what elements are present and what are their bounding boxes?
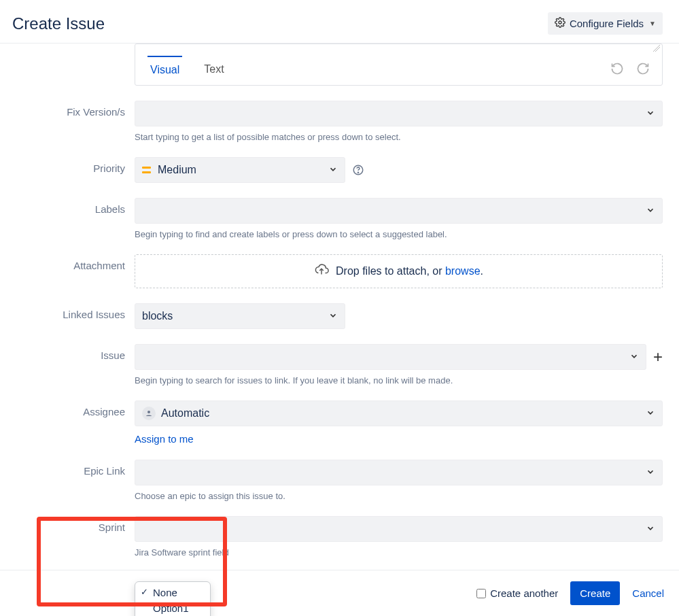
labels-label: Labels — [0, 198, 135, 239]
labels-select[interactable] — [135, 198, 663, 224]
chevron-down-icon — [328, 311, 338, 322]
chevron-down-icon — [629, 352, 639, 363]
assignee-value: Automatic — [161, 407, 646, 420]
upload-icon — [314, 262, 329, 280]
select-option[interactable]: Option1 — [135, 600, 210, 616]
issue-label: Issue — [0, 344, 135, 386]
sprint-helper: Jira Software sprint field — [135, 547, 663, 558]
configure-fields-label: Configure Fields — [570, 18, 644, 29]
fix-version-select[interactable] — [135, 101, 663, 126]
fix-version-helper: Start typing to get a list of possible m… — [135, 132, 663, 142]
configure-fields-button[interactable]: Configure Fields ▼ — [548, 12, 663, 35]
fix-version-label: Fix Version/s — [0, 101, 135, 142]
chevron-down-icon — [646, 524, 655, 535]
attachment-dropzone[interactable]: Drop files to attach, or browse. — [135, 254, 663, 288]
redo-icon[interactable] — [636, 62, 650, 78]
cancel-button[interactable]: Cancel — [632, 587, 664, 599]
priority-value: Medium — [158, 164, 328, 176]
user-icon — [142, 407, 156, 420]
chevron-down-icon — [646, 108, 655, 120]
create-button[interactable]: Create — [570, 581, 620, 605]
priority-medium-icon — [142, 167, 151, 173]
dialog-footer: Create another Create Cancel — [0, 570, 679, 616]
gear-icon — [555, 17, 565, 30]
chevron-down-icon — [646, 205, 655, 217]
priority-select[interactable]: Medium — [135, 157, 345, 183]
chevron-down-icon — [646, 408, 655, 420]
assignee-select[interactable]: Automatic — [135, 400, 663, 426]
linked-issues-value: blocks — [142, 310, 328, 322]
svg-point-2 — [358, 172, 358, 173]
epic-link-select[interactable] — [135, 460, 663, 485]
labels-helper: Begin typing to find and create labels o… — [135, 229, 663, 239]
create-another-checkbox[interactable]: Create another — [476, 587, 558, 599]
chevron-down-icon: ▼ — [649, 20, 656, 27]
create-another-input[interactable] — [476, 589, 486, 598]
chevron-down-icon — [646, 467, 655, 479]
sprint-select[interactable] — [135, 516, 663, 542]
select-option[interactable]: None — [135, 585, 210, 600]
priority-label: Priority — [0, 157, 135, 183]
undo-icon[interactable] — [610, 62, 624, 78]
add-issue-button[interactable]: + — [653, 349, 663, 365]
my-select-list-dropdown[interactable]: NoneOption1Option2Option3 — [135, 581, 211, 616]
description-editor[interactable]: Visual Text — [135, 44, 663, 86]
assign-to-me-link[interactable]: Assign to me — [135, 433, 194, 445]
dropzone-text: Drop files to attach, or browse. — [336, 265, 483, 277]
resize-handle-icon[interactable] — [135, 44, 662, 54]
tab-visual[interactable]: Visual — [147, 56, 182, 83]
create-another-label: Create another — [490, 587, 558, 599]
linked-issues-label: Linked Issues — [0, 303, 135, 329]
dialog-title: Create Issue — [12, 14, 105, 33]
browse-link[interactable]: browse — [445, 265, 481, 277]
linked-issues-select[interactable]: blocks — [135, 303, 345, 329]
epic-link-helper: Choose an epic to assign this issue to. — [135, 491, 663, 501]
epic-link-label: Epic Link — [0, 460, 135, 501]
svg-point-4 — [147, 411, 150, 413]
help-icon[interactable] — [352, 164, 364, 176]
issue-select[interactable] — [135, 344, 646, 370]
attachment-label: Attachment — [0, 254, 135, 288]
svg-point-0 — [559, 21, 561, 24]
sprint-label: Sprint — [0, 516, 135, 558]
assignee-label: Assignee — [0, 400, 135, 445]
tab-text[interactable]: Text — [201, 56, 226, 82]
chevron-down-icon — [328, 165, 338, 176]
issue-helper: Begin typing to search for issues to lin… — [135, 375, 663, 386]
